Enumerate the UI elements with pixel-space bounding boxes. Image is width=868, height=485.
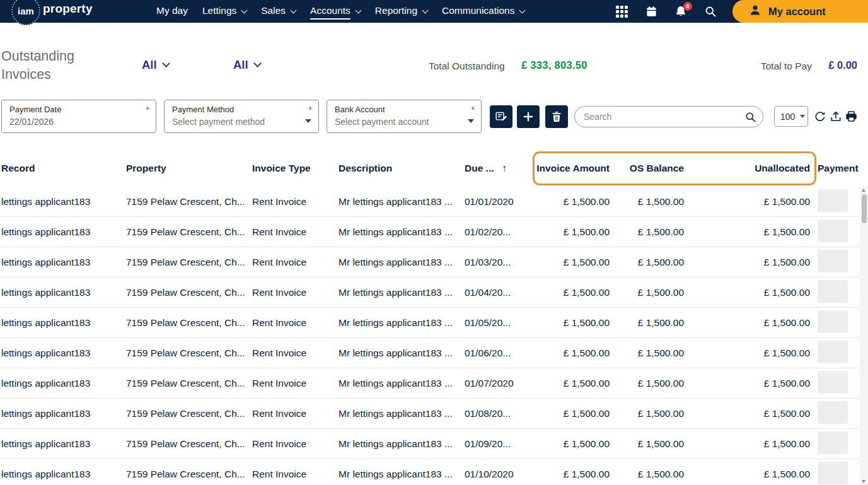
col-payment[interactable]: Payment: [810, 163, 860, 174]
edit-invoice-icon: [495, 110, 508, 124]
payment-date-field[interactable]: Payment Date * 22/01/2026: [1, 100, 156, 133]
cell-invoice-amount: £ 1,500.00: [533, 469, 615, 480]
nav-item-communications[interactable]: Communications: [442, 5, 524, 18]
cell-invoice-amount: £ 1,500.00: [533, 287, 615, 298]
nav-item-accounts[interactable]: Accounts: [310, 5, 361, 18]
cell-due-date: 01/06/20...: [465, 348, 533, 359]
table-row[interactable]: lettings applicant183 7159 Pelaw Crescen…: [0, 217, 868, 247]
nav-item-lettings[interactable]: Lettings: [202, 5, 246, 18]
my-account-label: My account: [768, 6, 826, 18]
table-row[interactable]: lettings applicant183 7159 Pelaw Crescen…: [0, 459, 868, 485]
cell-os-balance: £ 1,500.00: [615, 378, 690, 389]
cell-property: 7159 Pelaw Crescent, Ch...: [126, 287, 252, 298]
payment-input[interactable]: [818, 401, 848, 424]
search-input[interactable]: [584, 107, 741, 127]
table-row[interactable]: lettings applicant183 7159 Pelaw Crescen…: [0, 278, 868, 308]
payment-input[interactable]: [818, 189, 848, 212]
table-row[interactable]: lettings applicant183 7159 Pelaw Crescen…: [0, 187, 868, 217]
scroll-up-arrow-icon[interactable]: [862, 189, 865, 192]
cell-invoice-type: Rent Invoice: [252, 378, 339, 389]
filter-dropdown-2[interactable]: All: [233, 58, 260, 72]
cell-description: Mr lettings applicant183 ...: [339, 317, 465, 329]
col-invoice-type[interactable]: Invoice Type: [252, 163, 339, 174]
payment-input[interactable]: [818, 219, 848, 242]
delete-button[interactable]: [545, 105, 568, 128]
scroll-down-arrow-icon[interactable]: [862, 480, 865, 483]
page-size-select[interactable]: 100: [774, 106, 808, 127]
chevron-down-icon: [253, 59, 262, 67]
nav-item-reporting[interactable]: Reporting: [375, 5, 427, 18]
cell-unallocated: £ 1,500.00: [690, 226, 810, 238]
logo-circle: iam: [11, 0, 40, 25]
cell-due-date: 01/07/2020: [465, 378, 533, 389]
payment-input[interactable]: [818, 371, 848, 394]
search-icon[interactable]: [744, 111, 756, 126]
cell-due-date: 01/05/20...: [465, 317, 533, 329]
top-navigation: iam property My day Lettings Sales Accou…: [0, 0, 868, 23]
payment-input[interactable]: [818, 250, 848, 272]
required-asterisk: *: [472, 105, 475, 115]
payment-input[interactable]: [818, 431, 848, 454]
payment-input[interactable]: [818, 341, 848, 363]
payment-input[interactable]: [818, 462, 848, 484]
cell-unallocated: £ 1,500.00: [690, 196, 810, 207]
cell-due-date: 01/08/20...: [465, 408, 533, 419]
cell-unallocated: £ 1,500.00: [690, 438, 810, 450]
col-unallocated[interactable]: Unallocated: [690, 163, 810, 174]
calendar-icon[interactable]: [645, 5, 657, 18]
cell-os-balance: £ 1,500.00: [615, 196, 690, 207]
table-row[interactable]: lettings applicant183 7159 Pelaw Crescen…: [0, 429, 868, 459]
col-record[interactable]: Record: [0, 163, 126, 174]
nav-item-sales[interactable]: Sales: [261, 5, 296, 18]
refresh-icon[interactable]: [813, 110, 826, 123]
col-due-date[interactable]: Due ...↑: [465, 163, 533, 174]
scrollbar-thumb[interactable]: [862, 194, 867, 223]
my-account-button[interactable]: My account: [732, 0, 868, 23]
bank-account-select[interactable]: Bank Account * Select payment account: [327, 100, 482, 133]
cell-due-date: 01/02/20...: [465, 226, 533, 238]
filter-bar: Payment Date * 22/01/2026 Payment Method…: [0, 100, 868, 150]
apps-grid-icon[interactable]: [615, 5, 628, 18]
cell-invoice-amount: £ 1,500.00: [533, 226, 615, 238]
vertical-scrollbar[interactable]: [860, 187, 868, 485]
logo-wordmark: property: [43, 2, 93, 16]
cell-due-date: 01/04/20...: [465, 287, 533, 298]
cell-record: lettings applicant183: [0, 317, 126, 329]
plus-icon: [522, 110, 535, 123]
cell-record: lettings applicant183: [0, 469, 126, 480]
cell-invoice-amount: £ 1,500.00: [533, 378, 615, 389]
cell-description: Mr lettings applicant183 ...: [339, 196, 465, 207]
total-to-pay-label: Total to Pay: [761, 61, 812, 72]
filter-dropdown-1[interactable]: All: [142, 58, 169, 72]
add-button[interactable]: [517, 105, 540, 128]
cell-invoice-type: Rent Invoice: [252, 317, 339, 329]
table-row[interactable]: lettings applicant183 7159 Pelaw Crescen…: [0, 368, 868, 399]
cell-description: Mr lettings applicant183 ...: [339, 438, 465, 450]
print-icon[interactable]: [845, 110, 858, 123]
table-action-icons: [813, 110, 858, 123]
sort-ascending-icon[interactable]: ↑: [502, 163, 507, 173]
cell-due-date: 01/01/2020: [465, 196, 533, 207]
col-invoice-amount[interactable]: Invoice Amount: [533, 163, 615, 174]
bank-account-placeholder: Select payment account: [335, 117, 473, 127]
export-icon[interactable]: [829, 110, 842, 123]
nav-item-my-day[interactable]: My day: [156, 5, 188, 18]
table-row[interactable]: lettings applicant183 7159 Pelaw Crescen…: [0, 308, 868, 338]
search-icon[interactable]: [704, 5, 717, 18]
col-os-balance[interactable]: OS Balance: [615, 163, 690, 174]
notifications-bell-icon[interactable]: 8: [674, 5, 687, 18]
required-asterisk: *: [309, 105, 312, 115]
edit-invoice-button[interactable]: [490, 105, 512, 128]
cell-invoice-type: Rent Invoice: [252, 469, 339, 480]
cell-due-date: 01/03/20...: [465, 257, 533, 268]
payment-input[interactable]: [818, 280, 848, 303]
table-row[interactable]: lettings applicant183 7159 Pelaw Crescen…: [0, 247, 868, 278]
table-row[interactable]: lettings applicant183 7159 Pelaw Crescen…: [0, 399, 868, 429]
table-row[interactable]: lettings applicant183 7159 Pelaw Crescen…: [0, 338, 868, 368]
col-property[interactable]: Property: [126, 163, 252, 174]
payment-input[interactable]: [818, 310, 848, 333]
payment-method-select[interactable]: Payment Method * Select payment method: [164, 100, 319, 133]
brand-logo[interactable]: iam property: [11, 0, 93, 25]
col-description[interactable]: Description: [339, 163, 465, 174]
cell-unallocated: £ 1,500.00: [690, 257, 810, 268]
